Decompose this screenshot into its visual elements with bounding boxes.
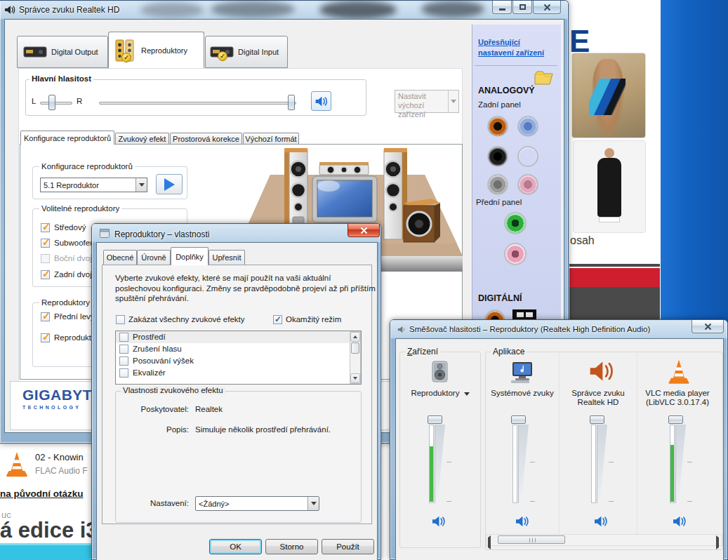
volume-slider-thumb[interactable]	[428, 415, 442, 424]
mute-button[interactable]	[430, 514, 448, 529]
app-column-label: VLC media player (LibVLC 3.0.17.4)	[642, 389, 713, 407]
effect-label[interactable]: Ekvalizér	[133, 368, 166, 377]
dialog-title: Reproduktory – vlastnosti	[114, 229, 209, 239]
tab-konfigurace-reproduktoru[interactable]: Konfigurace reproduktorů	[20, 131, 114, 145]
ok-button[interactable]: OK	[209, 539, 262, 554]
list-item[interactable]: Prostředí	[116, 331, 361, 343]
product-photo-2[interactable]	[573, 140, 646, 233]
folder-icon[interactable]	[534, 70, 555, 86]
scrollbar-thumb[interactable]	[498, 535, 565, 544]
device-tab-digital-output[interactable]: Digital Output	[17, 36, 108, 68]
mute-button[interactable]	[513, 514, 531, 529]
scroll-left-button[interactable]	[488, 538, 491, 547]
effects-listbox[interactable]: Prostředí Zrušení hlasu Posouvání výšek …	[115, 331, 362, 385]
speaker-config-select[interactable]: 5.1 Reproduktor	[40, 178, 147, 192]
setting-select[interactable]: <Žádný>	[195, 496, 319, 511]
volume-slider-thumb[interactable]	[590, 415, 604, 424]
jack-rear-black[interactable]	[489, 147, 507, 166]
effect-label[interactable]: Prostředí	[133, 333, 166, 341]
apps-scrollbar[interactable]	[486, 534, 722, 546]
checkbox-label[interactable]: Reprodukt	[54, 333, 91, 342]
mute-button[interactable]	[592, 514, 610, 529]
tab-doplnky[interactable]: Doplňky	[171, 247, 209, 265]
immediate-mode-label[interactable]: Okamžitý režim	[286, 315, 341, 324]
jack-rear-green[interactable]	[519, 147, 537, 166]
setting-value: <Žádný>	[196, 500, 307, 508]
tab-vychozi-format[interactable]: Výchozí formát	[243, 133, 299, 145]
disable-all-effects-label[interactable]: Zakázat všechny zvukové efekty	[128, 315, 245, 324]
tab-label: Zvukový efekt	[119, 135, 166, 143]
main-volume-slider-track[interactable]	[99, 102, 296, 105]
jack-rear-gray[interactable]	[489, 175, 507, 194]
scroll-down-button[interactable]	[350, 373, 360, 383]
list-item[interactable]: Ekvalizér	[116, 367, 361, 379]
effect-checkbox[interactable]	[119, 345, 128, 354]
checkbox-label[interactable]: Subwoofer	[54, 239, 93, 247]
jack-front-pink[interactable]	[505, 244, 525, 264]
volume-slider-thumb[interactable]	[511, 415, 526, 424]
level-meter-fill	[670, 445, 674, 502]
set-default-device-button[interactable]: Nastavit výchozí zařízení	[395, 90, 459, 113]
immediate-mode-checkbox[interactable]: ✓	[273, 315, 282, 324]
checkbox-stredovy[interactable]: ✓	[41, 223, 50, 232]
checkbox-predni-levy[interactable]: ✓	[41, 312, 50, 321]
device-tab-label: Reproduktory	[141, 46, 187, 55]
chevron-down-icon[interactable]	[135, 178, 147, 192]
download-item-title[interactable]: 02 - Knowin	[35, 452, 84, 462]
speaker-config-value: 5.1 Reproduktor	[41, 181, 135, 189]
mute-button[interactable]	[670, 514, 689, 529]
jack-front-green[interactable]	[505, 213, 525, 233]
balance-slider-track[interactable]	[40, 102, 72, 105]
set-default-dropdown-segment[interactable]	[448, 91, 458, 112]
checkbox-reproduktor[interactable]: ✓	[41, 333, 50, 342]
checkbox-label[interactable]: Přední levý	[54, 312, 95, 321]
list-item[interactable]: Zrušení hlasu	[116, 343, 361, 355]
mute-toggle-button[interactable]	[311, 91, 331, 111]
mixer-close-button[interactable]	[691, 320, 724, 333]
checkbox-zadni-dvojice[interactable]: ✓	[41, 270, 50, 279]
speaker-properties-dialog: Reproduktory – vlastnosti Obecné Úrovně …	[91, 223, 381, 560]
effect-checkbox[interactable]	[119, 368, 128, 378]
checkbox-label[interactable]: Zadní dvoji	[54, 270, 93, 279]
slider-tick	[530, 462, 535, 462]
tab-urovne[interactable]: Úrovně	[137, 250, 171, 265]
effect-label[interactable]: Posouvání výšek	[133, 356, 194, 365]
dialog-close-button[interactable]	[348, 224, 380, 237]
device-tab-digital-input[interactable]: ✓ Digital Input	[205, 36, 288, 68]
apply-button[interactable]: Použít	[322, 539, 374, 554]
disable-all-effects-checkbox[interactable]	[116, 315, 125, 324]
main-volume-slider-thumb[interactable]	[288, 95, 295, 110]
minimize-button[interactable]	[492, 1, 512, 14]
scroll-up-button[interactable]	[350, 332, 360, 342]
jack-rear-pink[interactable]	[519, 175, 537, 194]
jack-rear-orange[interactable]	[489, 117, 507, 135]
device-name[interactable]: Reproduktory	[411, 389, 459, 397]
vlc-download-item[interactable]: 02 - Knowin FLAC Audio F	[3, 449, 91, 483]
jack-rear-blue[interactable]	[519, 117, 537, 135]
device-column-label[interactable]: Reproduktory	[399, 389, 481, 398]
list-scrollbar[interactable]	[350, 331, 361, 384]
scroll-right-button[interactable]	[716, 538, 719, 547]
scrollbar-thumb[interactable]	[351, 342, 359, 354]
device-tab-reproduktory[interactable]: ✓ Reproduktory	[108, 32, 204, 68]
tab-zvukovy-efekt[interactable]: Zvukový efekt	[115, 133, 169, 145]
test-play-button[interactable]	[156, 174, 183, 194]
tab-obecne[interactable]: Obecné	[103, 250, 137, 265]
product-photo-1[interactable]	[571, 53, 646, 138]
effect-checkbox[interactable]	[119, 333, 128, 342]
maximize-button[interactable]	[512, 1, 532, 14]
tab-upresnit[interactable]: Upřesnit	[209, 250, 245, 265]
effect-label[interactable]: Zrušení hlasu	[133, 345, 182, 353]
cancel-button[interactable]: Storno	[265, 539, 318, 554]
close-button[interactable]	[533, 1, 561, 14]
chevron-down-icon[interactable]	[307, 497, 319, 510]
checkbox-subwoofer[interactable]: ✓	[41, 239, 50, 248]
volume-slider-thumb[interactable]	[668, 415, 683, 424]
balance-slider-thumb[interactable]	[48, 95, 55, 110]
list-item[interactable]: Posouvání výšek	[116, 355, 361, 367]
checkbox-label[interactable]: Středový	[54, 223, 86, 232]
advanced-settings-link[interactable]: Upřesňující nastavení zařízení	[478, 37, 554, 58]
background-link-fragment[interactable]: na původní otázku	[0, 488, 91, 499]
effect-checkbox[interactable]	[119, 356, 128, 366]
tab-prostorova-korekce[interactable]: Prostorová korekce	[170, 133, 242, 145]
